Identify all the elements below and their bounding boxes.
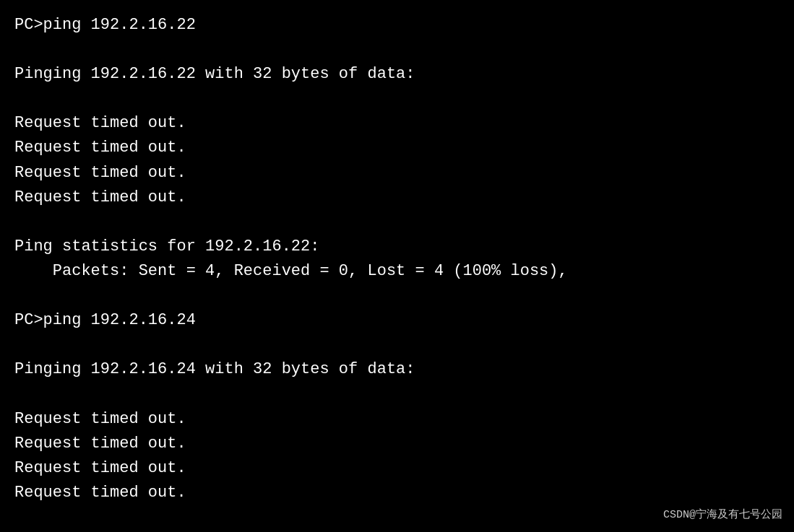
terminal-output: PC>ping 192.2.16.22 Pinging 192.2.16.22 … <box>14 13 780 532</box>
watermark: CSDN@宁海及有七号公园 <box>663 507 782 523</box>
